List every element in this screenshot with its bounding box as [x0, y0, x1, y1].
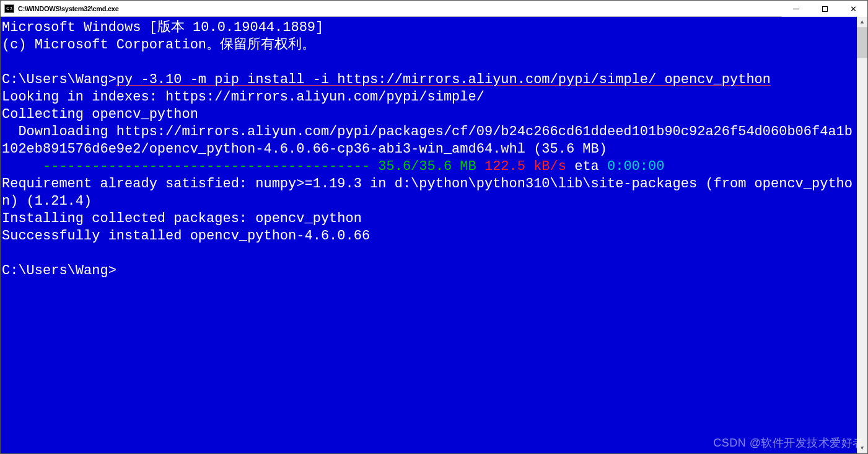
output-collecting: Collecting opencv_python	[2, 107, 198, 122]
command-input: py -3.10 -m pip install -i https://mirro…	[116, 72, 771, 87]
copyright-line: (c) Microsoft Corporation。保留所有权利。	[2, 37, 315, 53]
titlebar[interactable]: C:\ C:\WINDOWS\system32\cmd.exe ✕	[1, 1, 867, 17]
close-icon: ✕	[850, 5, 857, 13]
titlebar-left: C:\ C:\WINDOWS\system32\cmd.exe	[4, 4, 118, 13]
window-title: C:\WINDOWS\system32\cmd.exe	[18, 5, 118, 12]
progress-speed: 122.5 kB/s	[476, 159, 566, 174]
scroll-down-arrow[interactable]: ▼	[857, 443, 867, 453]
prompt: C:\Users\Wang>	[2, 263, 116, 278]
prompt: C:\Users\Wang>	[2, 72, 116, 87]
terminal-output[interactable]: Microsoft Windows [版本 10.0.19044.1889] (…	[1, 17, 857, 453]
progress-eta-time: 0:00:00	[607, 159, 664, 174]
minimize-icon	[793, 9, 799, 9]
minimize-button[interactable]	[782, 1, 810, 17]
progress-indent	[2, 159, 43, 174]
scroll-up-arrow[interactable]: ▲	[857, 17, 867, 27]
progress-bar: ----------------------------------------	[43, 159, 378, 174]
progress-eta-label: eta	[566, 159, 607, 174]
scroll-track[interactable]	[857, 27, 867, 443]
scroll-thumb[interactable]	[857, 27, 867, 58]
maximize-button[interactable]	[810, 1, 839, 17]
terminal-area: Microsoft Windows [版本 10.0.19044.1889] (…	[1, 17, 867, 453]
close-button[interactable]: ✕	[839, 1, 867, 17]
output-downloading: Downloading https://mirrors.aliyun.com/p…	[2, 124, 853, 157]
vertical-scrollbar[interactable]: ▲ ▼	[857, 17, 867, 453]
cmd-window: C:\ C:\WINDOWS\system32\cmd.exe ✕ Micros…	[0, 0, 868, 454]
maximize-icon	[822, 6, 828, 12]
output-success: Successfully installed opencv_python-4.6…	[2, 228, 370, 244]
progress-size: 35.6/35.6 MB	[378, 159, 476, 174]
os-header: Microsoft Windows [版本 10.0.19044.1889]	[2, 20, 323, 35]
output-installing: Installing collected packages: opencv_py…	[2, 211, 362, 226]
window-controls: ✕	[782, 1, 867, 16]
output-requirement: Requirement already satisfied: numpy>=1.…	[2, 176, 853, 209]
output-indexes: Looking in indexes: https://mirrors.aliy…	[2, 89, 484, 105]
cmd-icon: C:\	[4, 4, 14, 13]
